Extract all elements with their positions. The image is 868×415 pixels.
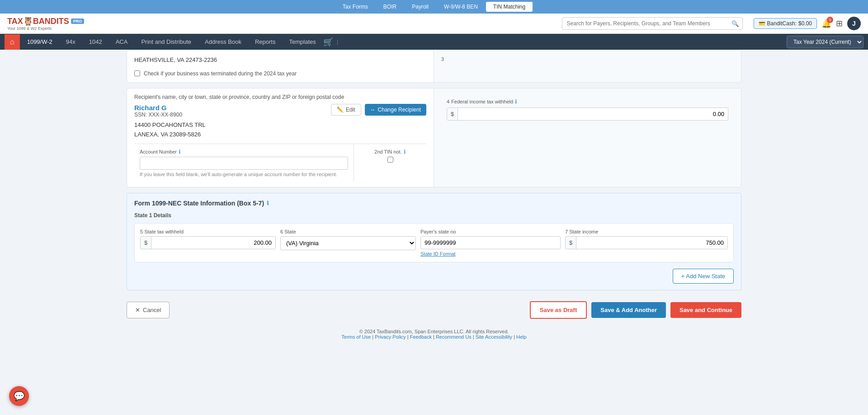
account-info-icon[interactable]: ℹ [179,149,181,155]
recipient-address: 14400 POCAHONTAS TRL LANEXA, VA 23089-58… [134,121,206,140]
action-bar: ✕ Cancel Save as Draft Save & Add Anothe… [127,296,741,324]
nav-94x[interactable]: 94x [60,34,82,50]
cart-icon[interactable]: 🛒 [323,37,333,47]
box4-info-icon[interactable]: ℹ [515,98,517,105]
tax-year-select[interactable]: Tax Year 2024 (Current) [787,36,863,48]
box5-input-wrap: $ [140,236,276,249]
account-col: Account Number ℹ If you leave this field… [134,144,354,182]
box6-state-select[interactable]: (VA) Virginia [280,236,416,250]
top-nav-boir[interactable]: BOIR [376,2,404,12]
recipient-ssn: SSN: XXX-XX-8900 [134,112,206,118]
top-nav-w9[interactable]: W-9/W-8 BEN [437,2,485,12]
payer-address-text: HEATHSVILLE, VA 22473-2236 [134,56,426,65]
add-state-row: + Add New State [134,269,734,284]
recipient-addr-line2: LANEXA, VA 23089-5826 [134,131,201,138]
nav-1099w2[interactable]: 1099/W-2 [21,34,59,50]
box7-label: 7 State income [565,229,728,234]
state1-row: 5 State tax withheld $ 6 State (VA) Virg… [134,223,734,262]
top-nav: Tax Forms BOIR Payroll W-9/W-8 BEN TIN M… [0,0,868,14]
logo-area: TAX🦉BANDITS PRO Your 1099 & W2 Experts [7,16,84,31]
logo-text: TAX🦉BANDITS [7,16,69,26]
footer-feedback-link[interactable]: Feedback [410,334,432,340]
footer-accessibility-link[interactable]: Site Accessibility [476,334,512,340]
nav-address-book[interactable]: Address Book [198,34,248,50]
payer-address-left: HEATHSVILLE, VA 22473-2236 Check if your… [127,50,434,82]
account-hint: If you leave this field blank, we'll aut… [140,172,348,177]
grid-icon[interactable]: ⊞ [836,19,843,28]
payer-state-field: Payer's state no State ID Format [420,229,561,256]
box5-dollar-prefix: $ [141,237,151,249]
recipient-box4-section: Recipient's name, city or town, state or… [127,88,741,188]
box7-input[interactable] [576,237,727,249]
header: TAX🦉BANDITS PRO Your 1099 & W2 Experts 🔍… [0,14,868,34]
tin-label: 2nd TIN not. ℹ [359,149,421,155]
avatar[interactable]: J [847,17,861,30]
edit-btn-label: Edit [346,107,355,113]
search-input[interactable] [562,17,743,30]
box7-input-wrap: $ [565,236,728,249]
pro-badge: PRO [71,19,85,24]
footer-recommend-link[interactable]: Recommend Us [436,334,472,340]
search-button[interactable]: 🔍 [731,20,739,27]
payer-state-input[interactable] [420,236,561,249]
footer-links: Terms of Use | Privacy Policy | Feedback… [127,334,741,340]
box4-input[interactable] [458,108,728,120]
header-right: 💳 BanditCash: $0.00 🔔 0 ⊞ J [754,17,861,30]
payer-address-section: HEATHSVILLE, VA 22473-2236 Check if your… [127,50,741,83]
top-nav-tin-matching[interactable]: TIN Matching [486,2,533,12]
state-section: Form 1099-NEC State Information (Box 5-7… [127,193,741,290]
box5-input[interactable] [151,237,275,249]
cancel-button[interactable]: ✕ Cancel [127,302,170,318]
divider: | [337,38,338,45]
notification-bell[interactable]: 🔔 0 [821,19,831,28]
save-add-another-button[interactable]: Save & Add Another [591,302,666,318]
box6-field: 6 State (VA) Virginia [280,229,416,256]
nav-print[interactable]: Print and Distribute [135,34,198,50]
top-nav-payroll[interactable]: Payroll [405,2,436,12]
nav-templates[interactable]: Templates [283,34,322,50]
save-draft-button[interactable]: Save as Draft [530,301,587,319]
box3-section: 3 [434,50,741,82]
cancel-icon: ✕ [135,307,140,313]
bandit-cash-value: $0.00 [798,20,812,27]
home-button[interactable]: ⌂ [5,34,20,50]
cancel-label: Cancel [143,307,161,313]
copyright-text: © 2024 TaxBandits.com, Span Enterprises … [127,329,741,334]
change-recipient-button[interactable]: ↔ Change Recipient [365,104,426,116]
box4-dollar-prefix: $ [447,108,458,120]
box4-right: 4 Federal income tax withheld ℹ $ [434,89,741,187]
payer-state-label: Payer's state no [420,229,561,234]
account-number-input[interactable] [140,157,348,170]
recipient-field-label: Recipient's name, city or town, state or… [134,94,426,100]
save-continue-button[interactable]: Save and Continue [670,302,741,318]
nav-reports[interactable]: Reports [249,34,282,50]
state-info-icon[interactable]: ℹ [267,200,269,206]
nav-aca[interactable]: ACA [109,34,134,50]
search-bar: 🔍 [562,17,743,30]
state-id-format-link[interactable]: State ID Format [420,251,561,256]
notification-count: 0 [827,17,833,23]
tin-not-checkbox[interactable] [387,157,393,163]
account-field-label: Account Number ℹ [140,149,348,155]
box7-dollar-prefix: $ [566,237,576,249]
box4-num: 4 [447,99,449,104]
terminated-checkbox[interactable] [134,70,140,76]
footer-terms-link[interactable]: Terms of Use [341,334,371,340]
box4-input-wrap: $ [447,107,728,121]
tin-info-icon[interactable]: ℹ [404,149,406,155]
add-new-state-button[interactable]: + Add New State [673,269,734,284]
recipient-header-row: Richard G SSN: XXX-XX-8900 14400 POCAHON… [134,104,426,140]
footer-help-link[interactable]: Help [516,334,527,340]
box5-label: 5 State tax withheld [140,229,276,234]
tin-col: 2nd TIN not. ℹ [354,144,426,182]
top-nav-tax-forms[interactable]: Tax Forms [335,2,375,12]
footer-privacy-link[interactable]: Privacy Policy [375,334,406,340]
change-btn-label: Change Recipient [378,107,421,113]
main-content: HEATHSVILLE, VA 22473-2236 Check if your… [118,50,750,350]
page-footer: © 2024 TaxBandits.com, Span Enterprises … [127,324,741,341]
box7-field: 7 State income $ [565,229,728,256]
state-section-title: Form 1099-NEC State Information (Box 5-7… [134,200,734,207]
edit-recipient-button[interactable]: ✏️ Edit [331,104,361,116]
nav-1042[interactable]: 1042 [83,34,108,50]
box4-section: 4 Federal income tax withheld ℹ $ [441,94,734,125]
